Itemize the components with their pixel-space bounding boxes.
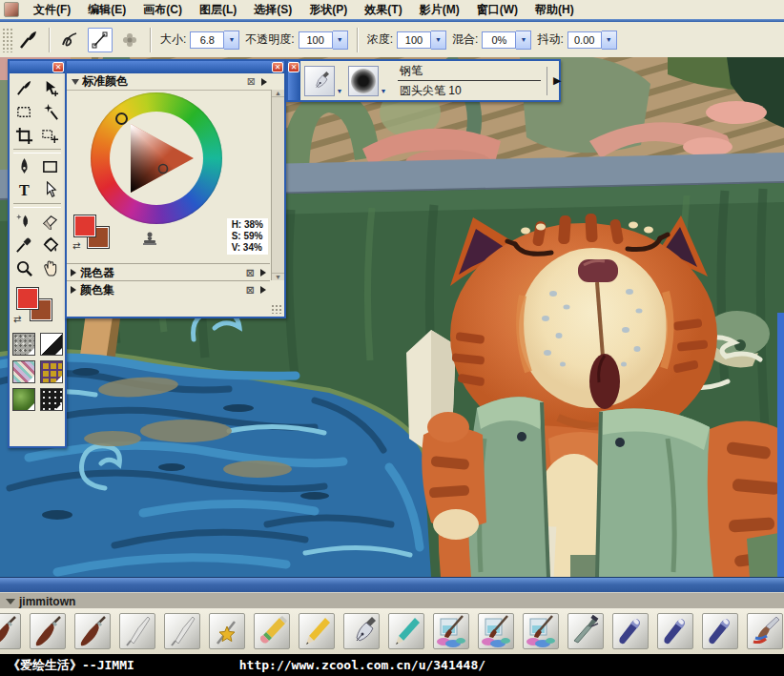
blend-dropdown-icon[interactable]: ▼ — [516, 31, 531, 50]
mixer-checkbox-icon[interactable]: ⊠ — [246, 268, 255, 278]
scroll-down-icon[interactable]: ▼ — [272, 273, 284, 280]
primary-color-swatch[interactable] — [17, 288, 38, 309]
mixer-expand-icon[interactable] — [71, 269, 76, 277]
tray-icon-yellow-pencil[interactable] — [299, 613, 335, 649]
size-dropdown-icon[interactable]: ▼ — [224, 31, 239, 50]
jitter-dropdown-icon[interactable]: ▼ — [602, 31, 617, 50]
eraser-tool[interactable] — [37, 209, 63, 233]
menu-select[interactable]: 选择(S) — [245, 0, 300, 20]
scroll-up-icon[interactable]: ▲ — [272, 90, 284, 97]
script-selector[interactable] — [40, 388, 63, 411]
mixer-section-header[interactable]: 混色器 ⊠ — [67, 263, 270, 281]
standard-colors-header[interactable]: 标准颜色 ⊠ — [67, 73, 284, 91]
brush-selector-close-icon[interactable]: ✕ — [288, 62, 299, 72]
tray-icon-sable-brush[interactable] — [74, 613, 111, 649]
crop-tool[interactable] — [11, 124, 37, 148]
tray-icon-paint-brush[interactable] — [747, 613, 783, 649]
menu-help[interactable]: 帮助(H) — [526, 0, 583, 20]
tray-icon-water-cup-brush[interactable] — [478, 613, 514, 649]
weave-selector[interactable] — [40, 360, 63, 383]
pen-tool[interactable] — [11, 154, 37, 178]
menu-effects[interactable]: 效果(T) — [356, 0, 410, 20]
tray-icon-sable-brush[interactable] — [30, 613, 66, 649]
tray-icon-liner-brush[interactable] — [119, 613, 155, 649]
brush-variant-name[interactable]: 圆头尖笔 10 — [398, 81, 541, 99]
swap-colors-icon[interactable]: ⇄ — [13, 314, 21, 324]
brush-variant-dropdown-icon[interactable]: ▼ — [379, 66, 388, 96]
toolbox-close-icon[interactable]: ✕ — [52, 62, 64, 72]
color-set-expand-icon[interactable] — [71, 286, 76, 294]
magic-wand-tool[interactable] — [37, 100, 63, 124]
brush-tool[interactable] — [11, 76, 37, 100]
toolbox-title-bar[interactable]: ✕ — [10, 61, 65, 73]
density-dropdown-icon[interactable]: ▼ — [431, 31, 446, 50]
selection-adjuster-tool[interactable] — [37, 124, 63, 148]
tray-icon-marker-pen[interactable] — [702, 613, 738, 649]
clone-source-selector[interactable] — [12, 388, 35, 411]
hue-ring[interactable] — [91, 92, 222, 224]
magnifier-tool[interactable] — [11, 256, 37, 280]
tray-icon-sable-brush[interactable] — [0, 613, 21, 649]
brush-mode-icon[interactable] — [17, 29, 40, 51]
canvas-horizontal-scrollbar[interactable] — [0, 577, 784, 593]
brush-variant-icon[interactable] — [348, 66, 379, 96]
panel-resize-grip[interactable] — [271, 304, 282, 314]
tray-icon-water-cup-brush[interactable] — [433, 613, 469, 649]
opacity-value[interactable]: 100 — [299, 31, 333, 49]
panel-scrollbar[interactable]: ▲ ▼ — [271, 90, 284, 280]
blend-value[interactable]: 0% — [482, 31, 516, 49]
colors-title-bar[interactable]: ✕ — [67, 61, 284, 73]
color-set-section-header[interactable]: 颜色集 ⊠ — [67, 280, 270, 298]
sv-triangle[interactable] — [110, 112, 203, 205]
colors-close-icon[interactable]: ✕ — [272, 62, 283, 72]
brush-category-icon[interactable] — [304, 66, 335, 96]
tray-icon-pen-nib[interactable] — [343, 613, 380, 649]
hue-marker[interactable] — [115, 113, 128, 125]
toolbar-grip[interactable] — [2, 28, 14, 52]
brush-selector-title-bar[interactable]: ✕ — [288, 61, 300, 100]
menu-window[interactable]: 窗口(W) — [468, 0, 526, 20]
panel-color-swatches[interactable]: ⇄ — [72, 214, 120, 257]
brush-category-name[interactable]: 钢笔 — [398, 63, 541, 81]
color-set-flyout-icon[interactable] — [260, 286, 266, 294]
tray-icon-water-cup-brush[interactable] — [523, 613, 559, 649]
opacity-dropdown-icon[interactable]: ▼ — [333, 31, 348, 50]
text-tool[interactable]: T — [11, 178, 37, 202]
collapse-triangle-icon[interactable] — [72, 79, 79, 85]
menu-layers[interactable]: 图层(L) — [191, 0, 245, 20]
tray-icon-marker-pen[interactable] — [657, 613, 693, 649]
color-set-checkbox-icon[interactable]: ⊠ — [246, 285, 255, 296]
paper-selector[interactable] — [12, 333, 35, 356]
menu-file[interactable]: 文件(F) — [25, 0, 79, 20]
dropper-tool[interactable] — [11, 233, 37, 256]
gradient-selector[interactable] — [40, 333, 63, 356]
rectangular-selection-tool[interactable] — [11, 100, 37, 124]
size-value[interactable]: 6.8 — [190, 31, 224, 49]
jitter-value[interactable]: 0.00 — [567, 31, 602, 49]
tray-icon-airbrush-gun[interactable] — [567, 613, 604, 649]
grabber-hand-tool[interactable] — [37, 256, 63, 280]
tray-icon-star-wand[interactable] — [209, 613, 245, 649]
menu-canvas[interactable]: 画布(C) — [134, 0, 191, 20]
panel-flyout-icon[interactable] — [261, 78, 267, 86]
tray-icon-marker-pen[interactable] — [612, 613, 649, 649]
pattern-selector[interactable] — [12, 360, 35, 383]
quick-curve-tool[interactable] — [11, 209, 37, 233]
menu-movie[interactable]: 影片(M) — [411, 0, 468, 20]
density-value[interactable]: 100 — [397, 31, 431, 49]
canvas-tab-collapse-icon[interactable] — [6, 599, 15, 604]
clone-color-toggle-icon[interactable] — [141, 231, 158, 248]
panel-checkbox-icon[interactable]: ⊠ — [247, 76, 256, 87]
tray-icon-liner-brush[interactable] — [164, 613, 200, 649]
panel-primary-swatch[interactable] — [74, 215, 95, 236]
menu-shapes[interactable]: 形状(P) — [300, 0, 356, 20]
brush-selector-flyout-icon[interactable]: ▶ — [553, 74, 561, 87]
layer-adjuster-tool[interactable] — [37, 76, 63, 100]
paint-bucket-tool[interactable] — [37, 233, 63, 256]
mixer-flyout-icon[interactable] — [260, 269, 266, 277]
menu-edit[interactable]: 编辑(E) — [79, 0, 134, 20]
tray-icon-teal-pencil[interactable] — [388, 613, 424, 649]
freehand-strokes-icon[interactable] — [59, 29, 82, 51]
tray-icon-eraser-pencil[interactable] — [254, 613, 290, 649]
rectangle-shape-tool[interactable] — [37, 154, 63, 178]
